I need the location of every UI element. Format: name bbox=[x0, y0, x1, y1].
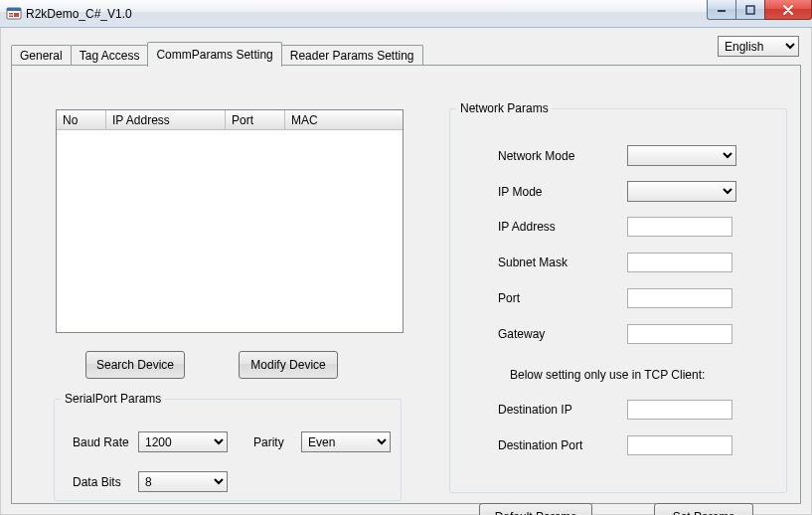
tabstrip: General Tag Access CommParams Setting Re… bbox=[11, 44, 422, 66]
table-header: No IP Address Port MAC bbox=[57, 110, 403, 130]
network-mode-select[interactable] bbox=[627, 145, 736, 166]
svg-rect-4 bbox=[14, 13, 19, 17]
data-bits-label: Data Bits bbox=[73, 475, 138, 489]
client-area: English General Tag Access CommParams Se… bbox=[0, 28, 812, 515]
window-controls bbox=[708, 0, 812, 20]
network-mode-label: Network Mode bbox=[498, 149, 627, 163]
gateway-label: Gateway bbox=[498, 327, 627, 341]
destination-ip-label: Destination IP bbox=[498, 403, 627, 417]
parity-label: Parity bbox=[253, 435, 301, 449]
gateway-input[interactable] bbox=[627, 324, 732, 344]
col-ip[interactable]: IP Address bbox=[106, 110, 226, 129]
ip-address-label: IP Address bbox=[498, 220, 627, 234]
window-title: R2kDemo_C#_V1.0 bbox=[26, 7, 132, 21]
minimize-button[interactable] bbox=[707, 0, 736, 20]
baud-rate-select[interactable]: 1200 bbox=[138, 431, 228, 452]
subnet-mask-input[interactable] bbox=[627, 253, 732, 272]
port-input[interactable] bbox=[627, 288, 732, 308]
tab-label: General bbox=[20, 49, 63, 63]
search-device-button[interactable]: Search Device bbox=[85, 351, 185, 379]
port-label: Port bbox=[498, 291, 627, 305]
col-no[interactable]: No bbox=[57, 110, 106, 129]
parity-select[interactable]: Even bbox=[301, 431, 391, 452]
tab-label: CommParams Setting bbox=[156, 48, 272, 62]
device-table[interactable]: No IP Address Port MAC bbox=[56, 109, 404, 333]
maximize-button[interactable] bbox=[735, 0, 765, 20]
app-icon bbox=[6, 6, 22, 22]
ip-mode-label: IP Mode bbox=[498, 185, 627, 199]
col-mac[interactable]: MAC bbox=[285, 110, 403, 129]
tcp-client-note: Below setting only use in TCP Client: bbox=[510, 368, 705, 382]
tab-commparams[interactable]: CommParams Setting bbox=[147, 42, 281, 67]
svg-rect-3 bbox=[9, 15, 13, 17]
set-params-button[interactable]: Set Params bbox=[654, 503, 753, 515]
svg-rect-5 bbox=[718, 10, 726, 12]
tab-readerparams[interactable]: Reader Params Setting bbox=[281, 45, 423, 66]
svg-rect-1 bbox=[7, 8, 21, 11]
tab-label: Reader Params Setting bbox=[290, 49, 414, 63]
subnet-mask-label: Subnet Mask bbox=[498, 256, 627, 269]
default-params-button[interactable]: Default Params bbox=[479, 503, 592, 515]
data-bits-select[interactable]: 8 bbox=[138, 471, 228, 492]
tab-tag-access[interactable]: Tag Access bbox=[71, 45, 149, 66]
destination-port-label: Destination Port bbox=[498, 438, 627, 452]
close-button[interactable] bbox=[764, 0, 812, 20]
tab-general[interactable]: General bbox=[11, 45, 72, 66]
baud-rate-label: Baud Rate bbox=[73, 435, 138, 449]
serialport-legend: SerialPort Params bbox=[61, 392, 165, 406]
modify-device-button[interactable]: Modify Device bbox=[239, 351, 338, 379]
destination-port-input[interactable] bbox=[627, 435, 732, 455]
tab-label: Tag Access bbox=[80, 49, 140, 63]
col-port[interactable]: Port bbox=[226, 110, 285, 129]
svg-rect-6 bbox=[746, 6, 754, 14]
language-select[interactable]: English bbox=[718, 36, 799, 57]
destination-ip-input[interactable] bbox=[627, 400, 732, 420]
network-legend: Network Params bbox=[456, 101, 553, 115]
svg-rect-2 bbox=[9, 13, 13, 15]
titlebar: R2kDemo_C#_V1.0 bbox=[0, 0, 812, 28]
ip-mode-select[interactable] bbox=[627, 181, 736, 202]
ip-address-input[interactable] bbox=[627, 217, 732, 237]
serialport-group: SerialPort Params Baud Rate 1200 Parity … bbox=[54, 392, 402, 501]
network-group: Network Params Network Mode IP Mode IP A… bbox=[449, 101, 787, 493]
tab-body: No IP Address Port MAC Search Device Mod… bbox=[11, 65, 801, 504]
